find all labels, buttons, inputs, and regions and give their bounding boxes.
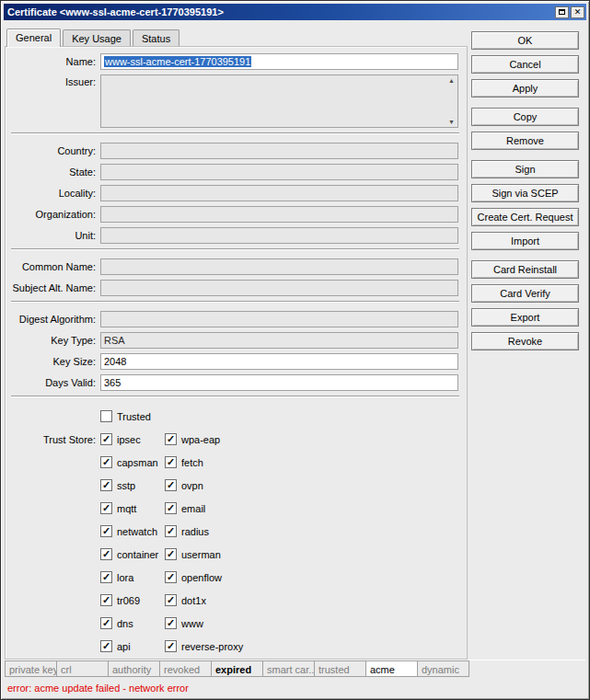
cancel-button[interactable]: Cancel: [471, 55, 579, 74]
checkbox-label: dns: [117, 618, 133, 629]
state-input[interactable]: [100, 164, 458, 180]
trust-store-row: dns www: [7, 612, 463, 635]
checkbox-ipsec[interactable]: [100, 433, 112, 445]
checkbox-label: lora: [117, 572, 133, 583]
digest-algorithm-row: Digest Algorithm:: [7, 311, 463, 327]
subject-alt-name-input[interactable]: [100, 280, 458, 296]
issuer-field[interactable]: ▲ ▼: [100, 75, 458, 128]
country-row: Country:: [7, 143, 463, 159]
checkbox-www[interactable]: [165, 617, 177, 629]
checkbox-label: email: [181, 503, 205, 514]
checkbox-openflow[interactable]: [165, 571, 177, 583]
import-button[interactable]: Import: [471, 232, 579, 250]
checkbox-fetch[interactable]: [165, 456, 177, 468]
flag-trusted: trusted: [314, 660, 366, 677]
name-row: Name: www-ssl-acme-cert-1770395191: [7, 53, 463, 70]
checkbox-userman[interactable]: [165, 548, 177, 560]
checkbox-api[interactable]: [100, 640, 112, 652]
checkbox-label: ovpn: [181, 480, 203, 491]
checkbox-label: wpa-eap: [181, 434, 220, 445]
checkbox-ovpn[interactable]: [165, 479, 177, 491]
scroll-up-icon[interactable]: ▲: [448, 77, 455, 84]
locality-row: Locality:: [7, 185, 463, 201]
flag-private-key: private key: [5, 660, 57, 677]
card-reinstall-button[interactable]: Card Reinstall: [471, 260, 579, 279]
main-area: General Key Usage Status Name: www-ssl-a…: [5, 28, 468, 659]
close-button[interactable]: ✕: [571, 6, 584, 18]
locality-input[interactable]: [100, 185, 458, 201]
checkbox-label: capsman: [117, 457, 158, 468]
trust-store-row: netwatch radius: [7, 520, 463, 543]
checkbox-label: radius: [181, 526, 209, 537]
separator: [11, 248, 459, 250]
checkbox-radius[interactable]: [165, 525, 177, 537]
trusted-checkbox[interactable]: [100, 410, 112, 422]
flag-dynamic: dynamic: [417, 660, 469, 677]
checkbox-sstp[interactable]: [100, 479, 112, 491]
apply-button[interactable]: Apply: [471, 79, 579, 98]
checkbox-container[interactable]: [100, 548, 112, 560]
checkbox-label: sstp: [117, 480, 135, 491]
name-input[interactable]: www-ssl-acme-cert-1770395191: [100, 53, 458, 70]
organization-input[interactable]: [100, 206, 458, 223]
days-valid-input[interactable]: 365: [100, 374, 458, 391]
trust-store-row: mqtt email: [7, 497, 463, 520]
checkbox-dot1x[interactable]: [165, 594, 177, 606]
revoke-button[interactable]: Revoke: [471, 332, 579, 350]
unit-input[interactable]: [100, 227, 458, 244]
common-name-row: Common Name:: [7, 258, 463, 275]
separator: [11, 301, 459, 303]
flag-authority: authority: [108, 660, 160, 677]
window-title: Certificate <www-ssl-acme-cert-177039519…: [7, 6, 553, 17]
checkbox-label: fetch: [181, 457, 203, 468]
key-size-label: Key Size:: [7, 356, 100, 367]
key-type-row: Key Type: RSA: [7, 332, 463, 349]
key-size-row: Key Size: 2048: [7, 353, 463, 370]
checkbox-capsman[interactable]: [100, 456, 112, 468]
common-name-label: Common Name:: [7, 261, 100, 272]
country-input[interactable]: [100, 143, 458, 159]
tab-key-usage[interactable]: Key Usage: [63, 29, 131, 46]
locality-label: Locality:: [7, 188, 100, 199]
flag-expired: expired: [211, 660, 263, 677]
issuer-row: Issuer: ▲ ▼: [7, 75, 463, 128]
trust-store-row: container userman: [7, 543, 463, 566]
trusted-row: Trusted: [7, 406, 463, 427]
separator: [11, 396, 459, 397]
checkbox-wpa-eap[interactable]: [165, 433, 177, 445]
checkbox-mqtt[interactable]: [100, 502, 112, 514]
button-column: OK Cancel Apply Copy Remove Sign Sign vi…: [471, 31, 579, 356]
checkbox-email[interactable]: [165, 502, 177, 514]
titlebar[interactable]: Certificate <www-ssl-acme-cert-177039519…: [4, 4, 586, 20]
restore-button[interactable]: [555, 6, 569, 18]
tab-general[interactable]: General: [6, 29, 61, 47]
state-row: State:: [7, 164, 463, 180]
digest-algorithm-input[interactable]: [100, 311, 458, 327]
checkbox-netwatch[interactable]: [100, 525, 112, 537]
key-type-input[interactable]: RSA: [100, 332, 458, 349]
export-button[interactable]: Export: [471, 308, 579, 327]
subject-alt-name-label: Subject Alt. Name:: [7, 282, 100, 293]
scroll-down-icon[interactable]: ▼: [448, 119, 455, 125]
create-cert-request-button[interactable]: Create Cert. Request: [471, 208, 579, 226]
ok-button[interactable]: OK: [471, 31, 579, 50]
checkbox-lora[interactable]: [100, 571, 112, 583]
sign-via-scep-button[interactable]: Sign via SCEP: [471, 184, 579, 202]
tab-status[interactable]: Status: [133, 29, 179, 46]
trust-store-row: lora openflow: [7, 566, 463, 589]
organization-label: Organization:: [7, 209, 100, 220]
card-verify-button[interactable]: Card Verify: [471, 284, 579, 303]
checkbox-dns[interactable]: [100, 617, 112, 629]
copy-button[interactable]: Copy: [471, 108, 579, 126]
name-value-selected: www-ssl-acme-cert-1770395191: [104, 56, 251, 67]
key-size-input[interactable]: 2048: [100, 353, 458, 370]
trust-store-row: Trust Store: ipsec wpa-eap: [7, 428, 463, 451]
name-label: Name:: [7, 56, 100, 67]
country-label: Country:: [7, 145, 100, 156]
remove-button[interactable]: Remove: [471, 132, 579, 150]
checkbox-reverse-proxy[interactable]: [165, 640, 177, 652]
checkbox-label: tr069: [117, 595, 140, 606]
checkbox-tr069[interactable]: [100, 594, 112, 606]
common-name-input[interactable]: [100, 258, 458, 275]
sign-button[interactable]: Sign: [471, 160, 579, 178]
